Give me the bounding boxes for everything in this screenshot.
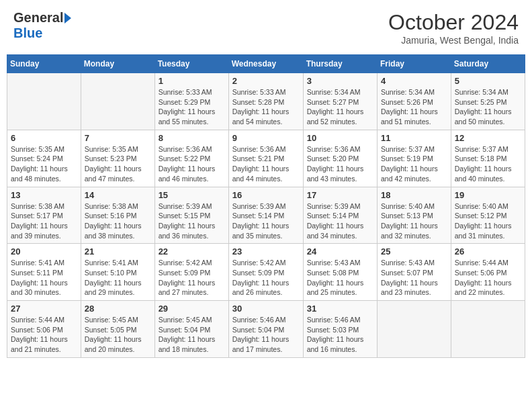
- location: Jamuria, West Bengal, India: [388, 35, 519, 46]
- day-info: Sunrise: 5:38 AM Sunset: 5:17 PM Dayligh…: [11, 201, 77, 241]
- day-info: Sunrise: 5:34 AM Sunset: 5:27 PM Dayligh…: [307, 87, 373, 127]
- day-number: 20: [11, 246, 77, 257]
- day-info: Sunrise: 5:36 AM Sunset: 5:21 PM Dayligh…: [232, 144, 300, 184]
- calendar-day-header: Tuesday: [154, 55, 228, 73]
- day-number: 29: [159, 304, 225, 314]
- day-info: Sunrise: 5:35 AM Sunset: 5:23 PM Dayligh…: [85, 144, 151, 184]
- calendar-cell: [451, 301, 525, 358]
- day-number: 19: [455, 190, 521, 200]
- day-info: Sunrise: 5:36 AM Sunset: 5:22 PM Dayligh…: [159, 144, 225, 184]
- calendar-day-header: Thursday: [303, 55, 377, 73]
- day-info: Sunrise: 5:40 AM Sunset: 5:13 PM Dayligh…: [381, 201, 447, 241]
- page-header: General Blue October 2024 Jamuria, West …: [7, 7, 525, 49]
- day-info: Sunrise: 5:45 AM Sunset: 5:04 PM Dayligh…: [159, 315, 225, 355]
- day-number: 7: [85, 133, 151, 143]
- day-info: Sunrise: 5:44 AM Sunset: 5:06 PM Dayligh…: [11, 315, 77, 355]
- calendar-cell: 30Sunrise: 5:46 AM Sunset: 5:04 PM Dayli…: [228, 301, 303, 358]
- day-info: Sunrise: 5:36 AM Sunset: 5:20 PM Dayligh…: [307, 144, 373, 184]
- calendar-cell: 24Sunrise: 5:43 AM Sunset: 5:08 PM Dayli…: [303, 244, 377, 301]
- calendar-week-row: 20Sunrise: 5:41 AM Sunset: 5:11 PM Dayli…: [7, 244, 525, 301]
- calendar-day-header: Monday: [81, 55, 154, 73]
- day-number: 17: [307, 190, 373, 200]
- calendar-cell: 9Sunrise: 5:36 AM Sunset: 5:21 PM Daylig…: [228, 130, 303, 187]
- logo-general: General: [13, 10, 63, 26]
- day-info: Sunrise: 5:44 AM Sunset: 5:06 PM Dayligh…: [455, 258, 521, 298]
- day-number: 10: [307, 133, 373, 143]
- logo: General Blue: [13, 10, 71, 41]
- day-number: 5: [455, 76, 521, 86]
- calendar-cell: 26Sunrise: 5:44 AM Sunset: 5:06 PM Dayli…: [451, 244, 525, 301]
- day-number: 12: [455, 133, 521, 143]
- day-number: 3: [307, 76, 373, 86]
- calendar-cell: 16Sunrise: 5:39 AM Sunset: 5:14 PM Dayli…: [228, 187, 303, 244]
- calendar-cell: 12Sunrise: 5:37 AM Sunset: 5:18 PM Dayli…: [451, 130, 525, 187]
- day-info: Sunrise: 5:41 AM Sunset: 5:11 PM Dayligh…: [11, 258, 77, 298]
- day-info: Sunrise: 5:41 AM Sunset: 5:10 PM Dayligh…: [85, 258, 151, 298]
- calendar-cell: 25Sunrise: 5:43 AM Sunset: 5:07 PM Dayli…: [378, 244, 451, 301]
- calendar-cell: 10Sunrise: 5:36 AM Sunset: 5:20 PM Dayli…: [303, 130, 377, 187]
- calendar-cell: 23Sunrise: 5:42 AM Sunset: 5:09 PM Dayli…: [228, 244, 303, 301]
- calendar-week-row: 1Sunrise: 5:33 AM Sunset: 5:29 PM Daylig…: [7, 73, 525, 130]
- day-number: 26: [455, 246, 521, 257]
- calendar-week-row: 27Sunrise: 5:44 AM Sunset: 5:06 PM Dayli…: [7, 301, 525, 358]
- calendar-cell: 21Sunrise: 5:41 AM Sunset: 5:10 PM Dayli…: [81, 244, 154, 301]
- day-number: 24: [307, 246, 373, 257]
- day-info: Sunrise: 5:35 AM Sunset: 5:24 PM Dayligh…: [11, 144, 77, 184]
- day-number: 15: [159, 190, 225, 200]
- day-number: 2: [232, 76, 300, 86]
- calendar-cell: 4Sunrise: 5:34 AM Sunset: 5:26 PM Daylig…: [378, 73, 451, 130]
- calendar-cell: 5Sunrise: 5:34 AM Sunset: 5:25 PM Daylig…: [451, 73, 525, 130]
- day-number: 9: [232, 133, 300, 143]
- day-number: 23: [232, 246, 300, 257]
- calendar-cell: 3Sunrise: 5:34 AM Sunset: 5:27 PM Daylig…: [303, 73, 377, 130]
- day-info: Sunrise: 5:45 AM Sunset: 5:05 PM Dayligh…: [85, 315, 151, 355]
- day-info: Sunrise: 5:33 AM Sunset: 5:28 PM Dayligh…: [232, 87, 300, 127]
- calendar-cell: [81, 73, 154, 130]
- calendar-cell: 22Sunrise: 5:42 AM Sunset: 5:09 PM Dayli…: [154, 244, 228, 301]
- calendar-cell: 7Sunrise: 5:35 AM Sunset: 5:23 PM Daylig…: [81, 130, 154, 187]
- logo-triangle-icon: [64, 13, 71, 24]
- day-info: Sunrise: 5:42 AM Sunset: 5:09 PM Dayligh…: [232, 258, 300, 298]
- day-number: 13: [11, 190, 77, 200]
- calendar-cell: 28Sunrise: 5:45 AM Sunset: 5:05 PM Dayli…: [81, 301, 154, 358]
- day-info: Sunrise: 5:42 AM Sunset: 5:09 PM Dayligh…: [159, 258, 225, 298]
- calendar-cell: 13Sunrise: 5:38 AM Sunset: 5:17 PM Dayli…: [7, 187, 81, 244]
- calendar-cell: 1Sunrise: 5:33 AM Sunset: 5:29 PM Daylig…: [154, 73, 228, 130]
- day-info: Sunrise: 5:37 AM Sunset: 5:18 PM Dayligh…: [455, 144, 521, 184]
- calendar-day-header: Wednesday: [228, 55, 303, 73]
- day-number: 21: [85, 246, 151, 257]
- calendar-day-header: Saturday: [451, 55, 525, 73]
- calendar-cell: 19Sunrise: 5:40 AM Sunset: 5:12 PM Dayli…: [451, 187, 525, 244]
- day-number: 27: [11, 304, 77, 314]
- day-number: 16: [232, 190, 300, 200]
- calendar-cell: 29Sunrise: 5:45 AM Sunset: 5:04 PM Dayli…: [154, 301, 228, 358]
- day-info: Sunrise: 5:37 AM Sunset: 5:19 PM Dayligh…: [381, 144, 447, 184]
- day-number: 30: [232, 304, 300, 314]
- day-number: 25: [381, 246, 447, 257]
- day-number: 6: [11, 133, 77, 143]
- day-info: Sunrise: 5:39 AM Sunset: 5:14 PM Dayligh…: [232, 201, 300, 241]
- day-number: 18: [381, 190, 447, 200]
- day-info: Sunrise: 5:34 AM Sunset: 5:26 PM Dayligh…: [381, 87, 447, 127]
- calendar-cell: 27Sunrise: 5:44 AM Sunset: 5:06 PM Dayli…: [7, 301, 81, 358]
- calendar-cell: 15Sunrise: 5:39 AM Sunset: 5:15 PM Dayli…: [154, 187, 228, 244]
- day-number: 1: [159, 76, 225, 86]
- calendar-header: SundayMondayTuesdayWednesdayThursdayFrid…: [7, 55, 525, 73]
- day-info: Sunrise: 5:34 AM Sunset: 5:25 PM Dayligh…: [455, 87, 521, 127]
- calendar-cell: 8Sunrise: 5:36 AM Sunset: 5:22 PM Daylig…: [154, 130, 228, 187]
- calendar-cell: [7, 73, 81, 130]
- calendar-week-row: 13Sunrise: 5:38 AM Sunset: 5:17 PM Dayli…: [7, 187, 525, 244]
- day-info: Sunrise: 5:39 AM Sunset: 5:14 PM Dayligh…: [307, 201, 373, 241]
- month-title: October 2024: [388, 10, 519, 35]
- calendar-cell: 18Sunrise: 5:40 AM Sunset: 5:13 PM Dayli…: [378, 187, 451, 244]
- calendar-cell: 14Sunrise: 5:38 AM Sunset: 5:16 PM Dayli…: [81, 187, 154, 244]
- day-info: Sunrise: 5:43 AM Sunset: 5:08 PM Dayligh…: [307, 258, 373, 298]
- calendar-cell: 11Sunrise: 5:37 AM Sunset: 5:19 PM Dayli…: [378, 130, 451, 187]
- day-number: 4: [381, 76, 447, 86]
- title-block: October 2024 Jamuria, West Bengal, India: [388, 10, 519, 46]
- calendar-cell: 20Sunrise: 5:41 AM Sunset: 5:11 PM Dayli…: [7, 244, 81, 301]
- day-number: 28: [85, 304, 151, 314]
- calendar-table: SundayMondayTuesdayWednesdayThursdayFrid…: [7, 54, 525, 358]
- day-info: Sunrise: 5:38 AM Sunset: 5:16 PM Dayligh…: [85, 201, 151, 241]
- day-info: Sunrise: 5:46 AM Sunset: 5:04 PM Dayligh…: [232, 315, 300, 355]
